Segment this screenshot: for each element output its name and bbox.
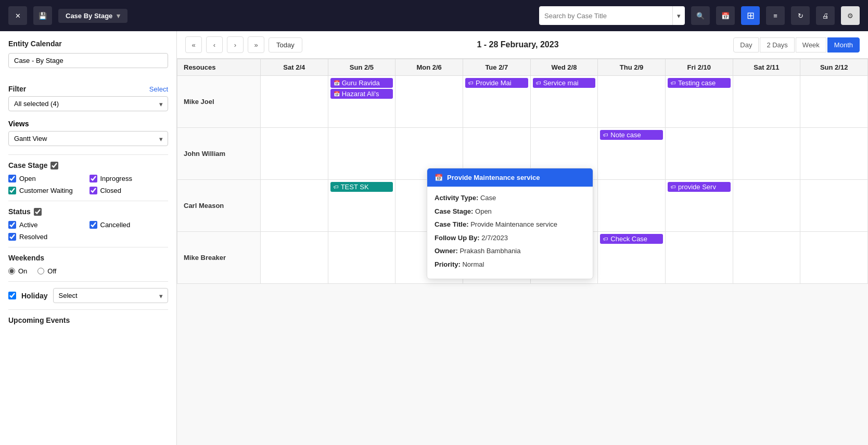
- views-select[interactable]: Gantt View: [8, 131, 168, 146]
- event-hazarat-ali[interactable]: 📅 Hazarat Ali's: [330, 89, 393, 99]
- cell-sun25-john: [328, 128, 395, 180]
- nav-last-button[interactable]: »: [248, 36, 264, 53]
- search-input[interactable]: [539, 12, 672, 20]
- checkbox-cancelled-input[interactable]: [90, 221, 97, 229]
- event-label: Service mai: [543, 79, 579, 87]
- checkbox-inprogress[interactable]: Inprogress: [90, 175, 169, 182]
- checkbox-resolved-input[interactable]: [8, 233, 16, 241]
- grid-view-button[interactable]: ⊞: [741, 6, 760, 25]
- event-check-case[interactable]: 🏷 Check Case: [600, 234, 663, 244]
- tooltip-case-title-val: Provide Maintenance service: [470, 220, 557, 228]
- cell-sun212-carl: [800, 180, 868, 232]
- calendar-button[interactable]: 📅: [716, 6, 735, 25]
- case-stage-checkboxes: Open Inprogress Customer Waiting Closed: [8, 175, 168, 194]
- case-stage-master-checkbox[interactable]: [50, 162, 58, 169]
- tooltip-header: 📅 Provide Maintenance service: [427, 168, 593, 187]
- checkbox-customer-waiting[interactable]: Customer Waiting: [8, 187, 87, 194]
- checkbox-resolved-label: Resolved: [19, 233, 47, 241]
- checkbox-cancelled-label: Cancelled: [100, 221, 131, 229]
- search-button[interactable]: 🔍: [691, 6, 710, 25]
- tag-chip-icon: 🏷: [334, 184, 339, 190]
- cell-fri210-john: [665, 128, 733, 180]
- cell-thu29-mikebreaker: 🏷 Check Case: [598, 232, 666, 284]
- filter-select[interactable]: All selected (4): [8, 96, 168, 111]
- checkbox-inprogress-input[interactable]: [90, 175, 97, 182]
- print-button[interactable]: 🖨: [816, 6, 835, 25]
- refresh-button[interactable]: ↻: [791, 6, 810, 25]
- calendar-chip-icon: 📅: [334, 80, 340, 86]
- holiday-checkbox[interactable]: [8, 292, 16, 299]
- nav-first-button[interactable]: «: [185, 36, 202, 53]
- event-guru-ravida[interactable]: 📅 Guru Ravida: [330, 78, 393, 88]
- tooltip-case-title: Case Title: Provide Maintenance service: [435, 219, 585, 230]
- checkbox-open-input[interactable]: [8, 175, 16, 182]
- event-testing-case[interactable]: 🏷 Testing case: [668, 78, 731, 88]
- nav-prev-button[interactable]: ‹: [206, 36, 223, 53]
- cell-sun25-mikebreaker: [328, 232, 395, 284]
- event-label: Hazarat Ali's: [342, 90, 379, 98]
- weekends-on-radio[interactable]: [8, 268, 15, 274]
- views-select-wrap: Gantt View: [8, 131, 168, 146]
- event-test-sk[interactable]: 🏷 TEST SK: [330, 182, 393, 192]
- tooltip-activity-type-label: Activity Type:: [435, 194, 478, 202]
- view-day-button[interactable]: Day: [733, 37, 759, 53]
- checkbox-active-input[interactable]: [8, 221, 16, 229]
- tooltip-follow-up: Follow Up By: 2/7/2023: [435, 233, 585, 243]
- checkbox-open[interactable]: Open: [8, 175, 87, 182]
- checkbox-closed[interactable]: Closed: [90, 187, 169, 194]
- weekends-off-radio[interactable]: [37, 268, 44, 274]
- tooltip-owner-label: Owner:: [435, 247, 458, 255]
- resource-mike-breaker: Mike Breaker: [177, 232, 261, 284]
- event-service-mai[interactable]: 🏷 Service mai: [533, 78, 596, 88]
- cell-sun25-mikejoel: 📅 Guru Ravida 📅 Hazarat Ali's: [328, 76, 395, 128]
- close-icon: ✕: [15, 12, 21, 20]
- list-view-button[interactable]: ≡: [766, 6, 785, 25]
- checkbox-open-label: Open: [19, 175, 36, 182]
- cell-thu29-mikejoel: [598, 76, 666, 128]
- holiday-select-wrap: Select: [53, 288, 168, 303]
- title-chevron[interactable]: ▾: [117, 12, 120, 20]
- tooltip-body: Activity Type: Case Case Stage: Open Cas…: [427, 187, 593, 279]
- filter-row: Filter Select: [8, 85, 168, 93]
- save-button[interactable]: 💾: [33, 6, 52, 25]
- status-section: Status: [8, 207, 168, 216]
- list-icon: ≡: [773, 12, 777, 20]
- event-note-case[interactable]: 🏷 Note case: [600, 130, 663, 140]
- search-dropdown[interactable]: ▾: [672, 6, 685, 25]
- checkbox-active-label: Active: [19, 221, 37, 229]
- filter-select-wrap: All selected (4): [8, 96, 168, 111]
- entity-calendar-select[interactable]: Case - By Stage: [8, 53, 168, 68]
- close-button[interactable]: ✕: [8, 6, 27, 25]
- col-sun212: Sun 2/12: [800, 59, 868, 76]
- col-fri210: Fri 2/10: [665, 59, 733, 76]
- checkbox-active[interactable]: Active: [8, 221, 87, 229]
- checkbox-customer-waiting-input[interactable]: [8, 187, 16, 194]
- weekends-off[interactable]: Off: [37, 267, 56, 275]
- view-week-button[interactable]: Week: [796, 37, 826, 53]
- weekends-on[interactable]: On: [8, 267, 27, 275]
- status-master-checkbox[interactable]: [34, 208, 42, 216]
- cell-thu29-carl: [598, 180, 666, 232]
- holiday-row: Holiday Select: [8, 288, 168, 303]
- event-provide-mai[interactable]: 🏷 Provide Mai: [465, 78, 528, 88]
- nav-next-button[interactable]: ›: [227, 36, 244, 53]
- col-thu29: Thu 2/9: [598, 59, 666, 76]
- event-provide-serv[interactable]: 🏷 provide Serv: [668, 182, 731, 192]
- view-2days-button[interactable]: 2 Days: [760, 37, 794, 53]
- cell-fri210-mikebreaker: [665, 232, 733, 284]
- view-month-button[interactable]: Month: [827, 37, 860, 53]
- main-layout: Entity Calendar Case - By Stage Filter S…: [0, 31, 868, 445]
- holiday-select[interactable]: Select: [53, 288, 168, 303]
- checkbox-closed-input[interactable]: [90, 187, 97, 194]
- settings-button[interactable]: ⚙: [841, 6, 860, 25]
- col-sun25: Sun 2/5: [328, 59, 395, 76]
- weekends-off-label: Off: [47, 267, 56, 275]
- filter-select-link[interactable]: Select: [149, 85, 168, 93]
- checkbox-resolved[interactable]: Resolved: [8, 233, 87, 241]
- resource-mike-joel: Mike Joel: [177, 76, 261, 128]
- today-button[interactable]: Today: [269, 37, 302, 53]
- checkbox-cancelled[interactable]: Cancelled: [90, 221, 169, 229]
- cell-sat24-carl: [261, 180, 328, 232]
- tag-chip-icon: 🏷: [671, 184, 676, 190]
- tooltip-title: Provide Maintenance service: [447, 174, 540, 181]
